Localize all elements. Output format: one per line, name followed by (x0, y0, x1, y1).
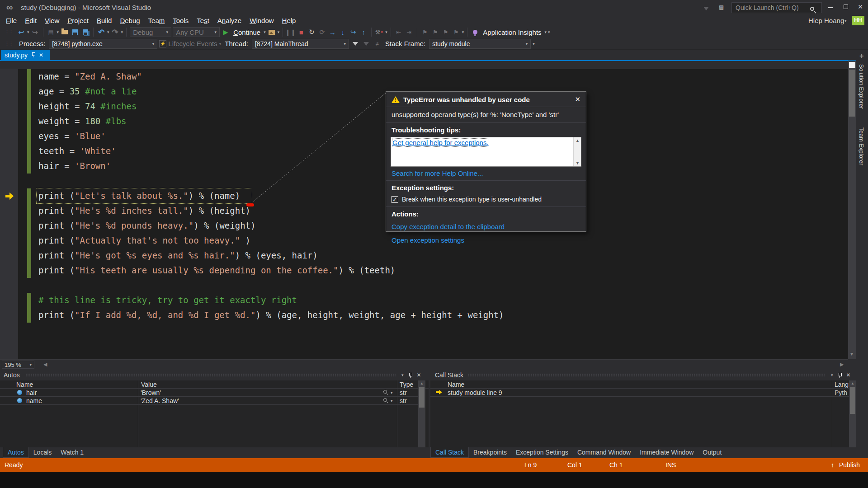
toolbar-overflow-icon[interactable]: ▾ (278, 30, 280, 34)
thread-dropdown[interactable]: [8724] MainThread▾ (252, 39, 349, 49)
indent-icon[interactable]: ⇥ (405, 28, 414, 37)
break-all-icon[interactable]: ❙❙ (286, 28, 295, 37)
menu-item-view[interactable]: View (41, 15, 63, 26)
menu-item-build[interactable]: Build (93, 15, 116, 26)
process-dropdown[interactable]: [8748] python.exe▾ (49, 39, 157, 49)
autos-row[interactable]: name'Zed A. Shaw'▾str (0, 397, 418, 405)
hscroll-left-icon[interactable]: ◀ (43, 361, 47, 367)
pin-icon[interactable] (31, 52, 35, 57)
magnifier-icon[interactable] (383, 398, 387, 402)
application-insights-button[interactable]: Application Insights (483, 28, 541, 36)
step-into-icon[interactable]: ↓ (338, 28, 347, 37)
autos-col-type[interactable]: Type (400, 381, 413, 389)
stop-debugging-icon[interactable]: ■ (297, 28, 306, 37)
menu-item-tools[interactable]: Tools (169, 15, 193, 26)
outdent-icon[interactable]: ⇤ (394, 28, 403, 37)
close-panel-icon[interactable]: ✕ (417, 372, 421, 378)
callstack-col-lang[interactable]: Lang (835, 381, 849, 389)
tab-autos[interactable]: Autos (3, 447, 29, 458)
navigate-back-chevron-icon[interactable]: ▾ (27, 30, 29, 34)
scroll-down-icon[interactable]: ▼ (576, 161, 580, 165)
show-next-statement-icon[interactable]: → (328, 28, 337, 37)
side-strip-icon[interactable]: ✚ (859, 53, 863, 59)
signed-in-user[interactable]: Hiep Hoang (808, 17, 844, 24)
avatar[interactable]: HH (852, 16, 864, 25)
restart-icon[interactable]: ↻ (307, 28, 316, 37)
close-tab-icon[interactable]: ✕ (39, 52, 43, 58)
pin-icon[interactable] (838, 373, 842, 378)
code-analysis-icon[interactable]: ⚒✕ (375, 28, 384, 37)
window-position-chevron-icon[interactable]: ▾ (401, 373, 404, 377)
tab-breakpoints[interactable]: Breakpoints (469, 447, 511, 457)
continue-chevron-icon[interactable]: ▾ (264, 30, 266, 34)
magnifier-icon[interactable] (383, 390, 387, 394)
clear-bookmarks-icon[interactable]: ⚑ (452, 28, 461, 37)
save-all-icon[interactable] (81, 28, 90, 37)
menu-item-edit[interactable]: Edit (21, 15, 41, 26)
step-over-icon[interactable]: ↪ (349, 28, 358, 37)
hscroll-right-icon[interactable]: ▶ (840, 361, 844, 367)
scrollbar-down-icon[interactable]: ▼ (849, 352, 854, 357)
autos-scrollbar[interactable]: ▲ (418, 380, 425, 447)
step-out-icon[interactable]: ↑ (359, 28, 368, 37)
tips-listbox[interactable]: Get general help for exceptions. ▲ ▼ (391, 137, 581, 167)
prev-bookmark-icon[interactable]: ⚑ (431, 28, 440, 37)
breakpoint-margin[interactable] (0, 69, 18, 359)
solution-configuration-dropdown[interactable]: Debug▾ (130, 27, 171, 37)
tab-call-stack[interactable]: Call Stack (430, 447, 469, 458)
menu-item-test[interactable]: Test (193, 15, 213, 26)
save-icon[interactable] (71, 28, 80, 37)
quick-launch-input[interactable]: Quick Launch (Ctrl+Q) (731, 2, 822, 13)
visualizer-chevron-icon[interactable]: ▾ (391, 399, 393, 403)
tab-output[interactable]: Output (698, 447, 726, 457)
zoom-level-dropdown[interactable]: 195 %▾ (2, 361, 34, 369)
bookmark-overflow-icon[interactable]: ▾ (462, 30, 464, 34)
code-analysis-chevron-icon[interactable]: ▾ (385, 30, 387, 34)
autos-col-value[interactable]: Value (141, 381, 157, 389)
feedback-icon[interactable]: ▩ (719, 4, 724, 10)
undo-chevron-icon[interactable]: ▾ (107, 30, 109, 34)
menu-item-debug[interactable]: Debug (116, 15, 144, 26)
tab-locals[interactable]: Locals (29, 447, 56, 457)
scrollbar-thumb[interactable] (849, 70, 855, 117)
autos-col-name[interactable]: Name (16, 381, 33, 389)
bookmark-icon[interactable]: ⚑ (420, 28, 429, 37)
maximize-button[interactable] (838, 0, 854, 14)
tab-command-window[interactable]: Command Window (573, 447, 635, 457)
filter-threads-icon[interactable] (351, 39, 360, 48)
callstack-col-name[interactable]: Name (448, 381, 464, 389)
navigate-back-icon[interactable]: ↩ (17, 28, 26, 37)
publish-arrow-icon[interactable]: ↑ (831, 461, 834, 469)
tip-link[interactable]: Get general help for exceptions. (392, 138, 489, 147)
menu-item-window[interactable]: Window (245, 15, 278, 26)
autos-grid[interactable]: Name Value Type hair'Brown'▾strname'Zed … (0, 380, 429, 447)
menu-item-file[interactable]: File (2, 15, 21, 26)
tab-study-py[interactable]: study.py ✕ (1, 50, 50, 60)
open-folder-icon[interactable] (60, 28, 69, 37)
callstack-scrollbar[interactable]: ▲ (849, 380, 856, 447)
copy-exception-detail-link[interactable]: Copy exception detail to the clipboard (386, 220, 586, 234)
close-button[interactable]: ✕ (853, 0, 868, 14)
snapshot-icon[interactable] (267, 28, 276, 37)
toolbar-overflow2-icon[interactable]: ▾ (548, 30, 550, 34)
redo-chevron-icon[interactable]: ▾ (121, 30, 123, 34)
tab-immediate-window[interactable]: Immediate Window (635, 447, 698, 457)
open-exception-settings-link[interactable]: Open exception settings (386, 234, 586, 247)
tab-exception-settings[interactable]: Exception Settings (511, 447, 573, 457)
listbox-scrollbar[interactable]: ▲ ▼ (573, 137, 581, 166)
scroll-up-icon[interactable]: ▲ (576, 138, 580, 143)
menu-item-analyze[interactable]: Analyze (213, 15, 245, 26)
pin-icon[interactable] (408, 373, 412, 378)
search-help-online-link[interactable]: Search for more Help Online... (386, 167, 586, 180)
filter-icon[interactable] (703, 4, 709, 12)
menu-item-help[interactable]: Help (278, 15, 300, 26)
sidebar-tab-team-explorer[interactable]: Team Explorer (858, 127, 865, 165)
visualizer-chevron-icon[interactable]: ▾ (391, 390, 393, 395)
break-checkbox[interactable]: ✓ (392, 196, 398, 203)
close-panel-icon[interactable]: ✕ (846, 372, 851, 378)
application-insights-icon[interactable] (471, 28, 480, 37)
continue-icon[interactable]: ▶ (221, 28, 230, 37)
menu-item-team[interactable]: Team (144, 15, 169, 26)
callstack-row[interactable]: study module line 9Pyth (430, 389, 849, 397)
application-insights-chevron-icon[interactable]: ▾ (545, 30, 547, 34)
